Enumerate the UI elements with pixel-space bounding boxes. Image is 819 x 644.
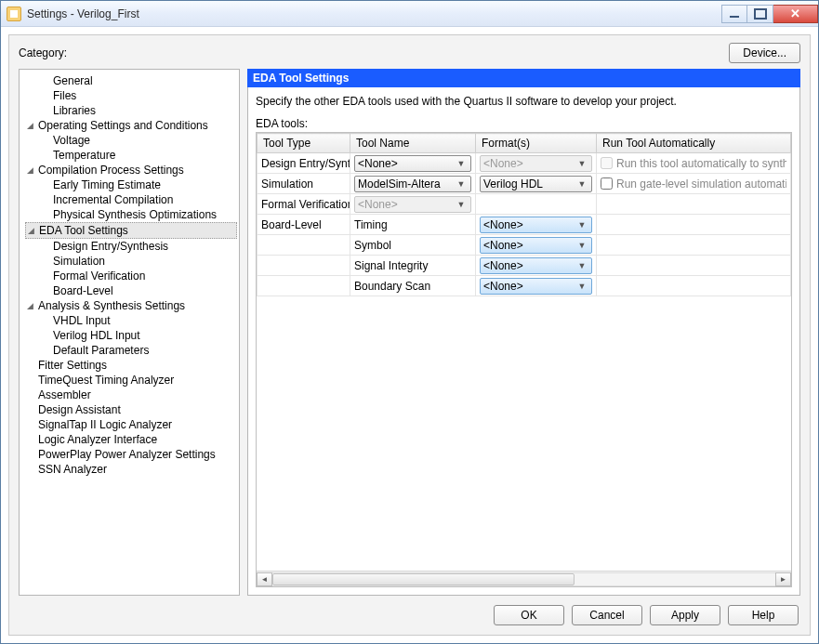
apply-button[interactable]: Apply bbox=[650, 605, 720, 625]
table-label: EDA tools: bbox=[256, 117, 792, 130]
tree-item-label: Fitter Settings bbox=[38, 358, 107, 373]
tree-item-label: Verilog HDL Input bbox=[53, 328, 140, 343]
close-button[interactable] bbox=[773, 5, 818, 23]
tree-item[interactable]: Files bbox=[25, 88, 237, 103]
cell-sub: Symbol bbox=[350, 235, 476, 256]
cell-sub: Timing bbox=[350, 215, 476, 235]
row-simulation: Simulation ModelSim-Altera▼ Verilog HDL▼… bbox=[258, 174, 791, 194]
grid-header-row: Tool Type Tool Name Format(s) Run Tool A… bbox=[258, 134, 791, 153]
format-combo[interactable]: Verilog HDL▼ bbox=[480, 176, 592, 192]
row-board-symbol: Symbol <None>▼ bbox=[258, 235, 791, 256]
tree-item-label: Analysis & Synthesis Settings bbox=[38, 298, 185, 313]
tree-item-label: Libraries bbox=[53, 103, 96, 118]
scroll-right-button[interactable]: ► bbox=[775, 572, 791, 586]
chevron-down-icon: ▼ bbox=[575, 282, 588, 291]
col-formats[interactable]: Format(s) bbox=[476, 134, 597, 153]
content-row: GeneralFilesLibraries◢Operating Settings… bbox=[19, 69, 800, 596]
tree-item[interactable]: VHDL Input bbox=[25, 313, 237, 328]
tree-item[interactable]: SSN Analyzer bbox=[25, 462, 237, 477]
scroll-track[interactable] bbox=[272, 572, 775, 586]
scroll-thumb[interactable] bbox=[272, 573, 575, 585]
tree-item[interactable]: Simulation bbox=[25, 254, 237, 269]
titlebar[interactable]: Settings - Verilog_First bbox=[1, 1, 818, 27]
scroll-left-button[interactable]: ◄ bbox=[257, 572, 272, 586]
tree-item[interactable]: Fitter Settings bbox=[25, 358, 237, 373]
cancel-button[interactable]: Cancel bbox=[572, 605, 642, 625]
tree-item[interactable]: Design Entry/Synthesis bbox=[25, 239, 237, 254]
cell-sub: Signal Integrity bbox=[350, 256, 476, 276]
chevron-down-icon: ▼ bbox=[455, 200, 468, 209]
tree-item[interactable]: Assembler bbox=[25, 388, 237, 402]
row-formal-verification: Formal Verification <None>▼ bbox=[258, 194, 791, 215]
tree-item-label: Voltage bbox=[53, 133, 90, 148]
tree-item-label: SignalTap II Logic Analyzer bbox=[38, 417, 172, 432]
chevron-down-icon: ▼ bbox=[575, 261, 588, 270]
panel-description: Specify the other EDA tools used with th… bbox=[256, 95, 792, 108]
format-combo[interactable]: <None>▼ bbox=[480, 217, 592, 233]
help-button[interactable]: Help bbox=[728, 605, 799, 625]
tree-item[interactable]: Verilog HDL Input bbox=[25, 328, 237, 343]
cell-type: Board-Level bbox=[258, 215, 350, 235]
row-board-si: Signal Integrity <None>▼ bbox=[258, 256, 791, 276]
tree-item[interactable]: Formal Verification bbox=[25, 269, 237, 283]
tree-item-label: Incremental Compilation bbox=[53, 192, 173, 207]
tree-item[interactable]: Temperature bbox=[25, 148, 237, 163]
collapse-icon[interactable]: ◢ bbox=[26, 226, 36, 236]
device-button[interactable]: Device... bbox=[729, 43, 800, 63]
tree-item[interactable]: Default Parameters bbox=[25, 343, 237, 358]
ok-button[interactable]: OK bbox=[494, 605, 564, 625]
tree-item-label: PowerPlay Power Analyzer Settings bbox=[38, 447, 216, 462]
maximize-button[interactable] bbox=[747, 5, 773, 23]
eda-tools-grid: Tool Type Tool Name Format(s) Run Tool A… bbox=[256, 132, 792, 587]
tree-item[interactable]: ◢Operating Settings and Conditions bbox=[25, 118, 237, 133]
minimize-button[interactable] bbox=[721, 5, 747, 23]
tree-item-label: Design Assistant bbox=[38, 402, 121, 417]
collapse-icon[interactable]: ◢ bbox=[25, 165, 35, 176]
chevron-down-icon: ▼ bbox=[575, 241, 588, 250]
tree-item[interactable]: General bbox=[25, 73, 237, 88]
category-label: Category: bbox=[19, 46, 67, 59]
horizontal-scrollbar[interactable]: ◄ ► bbox=[257, 571, 791, 586]
tree-item[interactable]: ◢Analysis & Synthesis Settings bbox=[25, 298, 237, 313]
format-combo[interactable]: <None>▼ bbox=[480, 237, 592, 254]
tool-name-combo[interactable]: ModelSim-Altera▼ bbox=[354, 176, 471, 192]
chevron-down-icon: ▼ bbox=[575, 159, 588, 168]
app-icon bbox=[7, 7, 21, 21]
tree-item-label: Temperature bbox=[53, 148, 115, 163]
run-auto-checkbox[interactable]: Run gate-level simulation automaticall bbox=[601, 177, 786, 191]
window-title: Settings - Verilog_First bbox=[27, 7, 139, 20]
tree-item[interactable]: Incremental Compilation bbox=[25, 192, 237, 207]
panel-body: Specify the other EDA tools used with th… bbox=[247, 87, 800, 596]
tree-item[interactable]: Board-Level bbox=[25, 283, 237, 298]
tree-item-label: Formal Verification bbox=[53, 269, 145, 283]
tree-item[interactable]: Early Timing Estimate bbox=[25, 177, 237, 192]
tree-item-label: Simulation bbox=[53, 254, 105, 269]
tree-item-label: Physical Synthesis Optimizations bbox=[53, 207, 217, 222]
tree-item[interactable]: ◢EDA Tool Settings bbox=[25, 222, 237, 239]
tree-item-label: Operating Settings and Conditions bbox=[38, 118, 208, 133]
tool-name-combo[interactable]: <None>▼ bbox=[354, 155, 471, 172]
tree-item[interactable]: Voltage bbox=[25, 133, 237, 148]
chevron-down-icon: ▼ bbox=[455, 179, 468, 189]
tree-item[interactable]: Physical Synthesis Optimizations bbox=[25, 207, 237, 222]
tree-item[interactable]: Logic Analyzer Interface bbox=[25, 432, 237, 447]
col-tool-type[interactable]: Tool Type bbox=[258, 134, 350, 153]
tree-item[interactable]: Design Assistant bbox=[25, 402, 237, 417]
tree-item[interactable]: PowerPlay Power Analyzer Settings bbox=[25, 447, 237, 462]
tree-item[interactable]: ◢Compilation Process Settings bbox=[25, 163, 237, 177]
tree-item-label: Files bbox=[53, 88, 76, 103]
tree-item[interactable]: Libraries bbox=[25, 103, 237, 118]
panel-title: EDA Tool Settings bbox=[247, 69, 800, 87]
row-design-entry: Design Entry/Synthesis <None>▼ <None>▼ R… bbox=[258, 153, 791, 174]
category-tree[interactable]: GeneralFilesLibraries◢Operating Settings… bbox=[19, 69, 240, 596]
tree-item[interactable]: SignalTap II Logic Analyzer bbox=[25, 417, 237, 432]
col-tool-name[interactable]: Tool Name bbox=[350, 134, 476, 153]
row-board-bscan: Boundary Scan <None>▼ bbox=[258, 276, 791, 296]
format-combo[interactable]: <None>▼ bbox=[480, 257, 592, 274]
tree-item[interactable]: TimeQuest Timing Analyzer bbox=[25, 373, 237, 388]
format-combo[interactable]: <None>▼ bbox=[480, 278, 592, 295]
collapse-icon[interactable]: ◢ bbox=[25, 301, 35, 311]
collapse-icon[interactable]: ◢ bbox=[25, 121, 35, 131]
col-run-auto[interactable]: Run Tool Automatically bbox=[597, 134, 791, 153]
tree-item-label: Early Timing Estimate bbox=[53, 177, 161, 192]
